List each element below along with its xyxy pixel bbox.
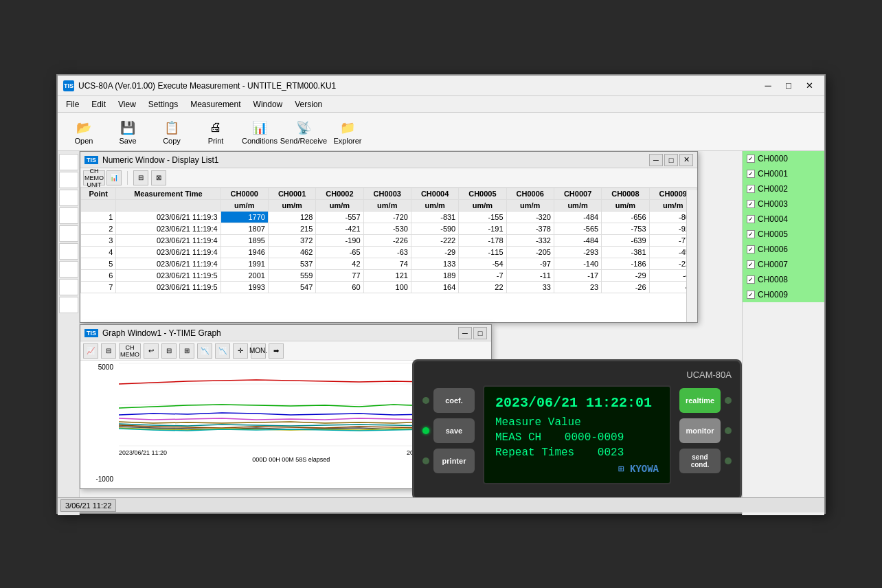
ch9-checkbox[interactable] [747, 291, 755, 299]
channel-item-1[interactable]: CH0001 [743, 166, 824, 181]
numeric-close[interactable]: ✕ [679, 154, 693, 166]
numeric-btn-4[interactable]: ⊠ [151, 170, 166, 185]
conditions-icon: 📊 [250, 119, 269, 137]
send-receive-button[interactable]: 📡 Send/Receive [283, 115, 324, 148]
sidebar-item-5[interactable] [59, 225, 78, 242]
sidebar-item-3[interactable] [59, 190, 78, 206]
numeric-table-container[interactable]: Point Measurement Time CH0000 CH0001 CH0… [80, 188, 697, 319]
printer-button[interactable]: printer [433, 449, 475, 473]
x-label-1: 2023/06/21 11:20 [119, 449, 167, 456]
numeric-window-title-bar[interactable]: TIS Numeric Window - Display List1 ─ □ ✕ [80, 152, 697, 168]
graph-btn-4[interactable]: ⊟ [161, 343, 177, 359]
sidebar-item-9[interactable] [59, 297, 78, 313]
y-min-label: -1000 [86, 475, 113, 483]
channel-item-7[interactable]: CH0007 [743, 257, 824, 272]
col-ch0007: CH0007 [554, 188, 601, 200]
ch3-checkbox[interactable] [747, 200, 755, 208]
graph-btn-5[interactable]: ⊞ [179, 343, 194, 359]
graph-btn-1[interactable]: 📈 [83, 343, 98, 359]
numeric-window-icon: TIS [84, 156, 98, 164]
close-button[interactable]: ✕ [800, 78, 819, 93]
sidebar-item-1[interactable] [59, 154, 78, 170]
realtime-button[interactable]: realtime [679, 388, 721, 413]
graph-btn-arrow[interactable]: ➡ [269, 343, 284, 359]
menu-file[interactable]: File [60, 98, 84, 111]
channel-item-0[interactable]: CH0000 [743, 151, 824, 166]
ch0-checkbox[interactable] [747, 155, 755, 163]
col-ch0008: CH0008 [602, 188, 649, 200]
menu-version[interactable]: Version [289, 98, 328, 111]
numeric-restore[interactable]: □ [664, 154, 678, 166]
graph-minimize[interactable]: ─ [458, 327, 472, 339]
ucam-datetime: 2023/06/21 11:22:01 [495, 395, 659, 411]
explorer-button[interactable]: 📁 Explorer [327, 115, 368, 148]
sidebar-item-6[interactable] [59, 243, 78, 260]
numeric-window: TIS Numeric Window - Display List1 ─ □ ✕… [80, 151, 698, 323]
menu-settings[interactable]: Settings [143, 98, 183, 111]
maximize-button[interactable]: □ [779, 78, 798, 93]
channel-item-9[interactable]: CH0009 [743, 287, 824, 302]
table-row: 7023/06/21 11:19:5199354760100164223323-… [81, 282, 697, 293]
ch4-checkbox[interactable] [747, 215, 755, 223]
numeric-minimize[interactable]: ─ [649, 154, 663, 166]
minimize-button[interactable]: ─ [758, 78, 778, 93]
sidebar-item-8[interactable] [59, 279, 78, 295]
ucam-meas-line: MEAS CH 0000-0009 [495, 431, 659, 444]
menu-view[interactable]: View [113, 98, 142, 111]
ch5-checkbox[interactable] [747, 230, 755, 238]
taskbar-item-1[interactable]: 3/06/21 11:22 [60, 499, 116, 512]
ch8-checkbox[interactable] [747, 275, 755, 284]
menu-edit[interactable]: Edit [86, 98, 111, 111]
graph-btn-undo[interactable]: ↩ [144, 343, 159, 359]
channel-item-8[interactable]: CH0008 [743, 272, 824, 287]
ch6-checkbox[interactable] [747, 245, 755, 253]
coef-button[interactable]: coef. [433, 388, 475, 413]
sidebar-item-4[interactable] [59, 207, 78, 224]
menu-window[interactable]: Window [248, 98, 289, 111]
graph-btn-cross[interactable]: ✛ [233, 343, 248, 359]
ucam-panel: UCAM-80A coef. save [412, 359, 742, 500]
numeric-window-title: Numeric Window - Display List1 [102, 155, 218, 165]
conditions-button[interactable]: 📊 Conditions [239, 115, 280, 148]
channel-item-5[interactable]: CH0005 [743, 227, 824, 242]
graph-btn-mon[interactable]: MON. [251, 343, 266, 359]
print-button[interactable]: 🖨 Print [195, 115, 236, 148]
sidebar-item-7[interactable] [59, 261, 78, 278]
numeric-btn-1[interactable]: CHMEMOUNIT [83, 170, 105, 185]
sidebar [58, 151, 80, 515]
numeric-btn-2[interactable]: 📊 [106, 170, 122, 185]
explorer-icon: 📁 [338, 119, 357, 137]
ch7-checkbox[interactable] [747, 260, 755, 269]
graph-restore[interactable]: □ [473, 327, 487, 339]
sidebar-item-2[interactable] [59, 172, 78, 188]
channel-item-2[interactable]: CH0002 [743, 181, 824, 196]
save-button-ucam[interactable]: save [433, 418, 475, 443]
numeric-scrollbar[interactable] [686, 190, 697, 322]
graph-btn-2[interactable]: ⊟ [101, 343, 116, 359]
graph-toolbar: 📈 ⊟ CHMEMO ↩ ⊟ ⊞ 📉 📉 ✛ MON. ➡ [80, 341, 491, 361]
table-row: 3023/06/21 11:19:41895372-190-226-222-17… [81, 235, 697, 247]
ch8-label: CH0008 [758, 275, 788, 284]
menu-measurement[interactable]: Measurement [185, 98, 246, 111]
numeric-btn-3[interactable]: ⊟ [133, 170, 148, 185]
graph-btn-line2[interactable]: 📉 [215, 343, 230, 359]
menu-bar: File Edit View Settings Measurement Wind… [58, 96, 824, 113]
channel-item-4[interactable]: CH0004 [743, 212, 824, 227]
ch2-checkbox[interactable] [747, 185, 755, 193]
graph-window-title-bar[interactable]: TIS Graph Window1 - Y-TIME Graph ─ □ [80, 325, 491, 341]
save-button[interactable]: 💾 Save [107, 115, 148, 148]
graph-btn-line1[interactable]: 📉 [197, 343, 212, 359]
monitor-button[interactable]: monitor [679, 418, 721, 443]
copy-button[interactable]: 📋 Copy [151, 115, 192, 148]
monitor-indicator [725, 427, 732, 434]
channel-item-3[interactable]: CH0003 [743, 196, 824, 212]
ch6-label: CH0006 [758, 245, 788, 254]
col-ch0003: CH0003 [363, 188, 411, 200]
send-cond-button[interactable]: sendcond. [679, 449, 721, 473]
graph-window-title: Graph Window1 - Y-TIME Graph [102, 328, 221, 338]
graph-btn-ch[interactable]: CHMEMO [119, 343, 141, 359]
open-button[interactable]: 📂 Open [63, 115, 104, 148]
print-icon: 🖨 [206, 119, 225, 137]
channel-item-6[interactable]: CH0006 [743, 242, 824, 257]
ch1-checkbox[interactable] [747, 170, 755, 178]
